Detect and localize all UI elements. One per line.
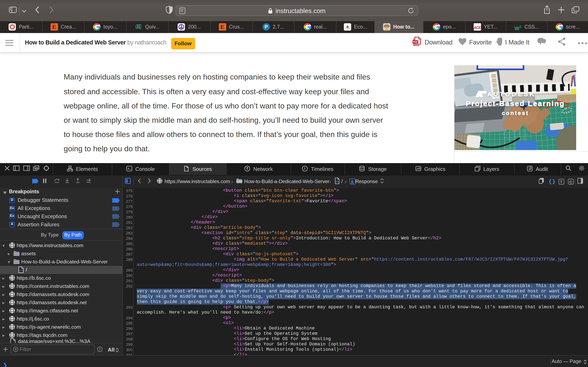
svg-text:<>: <> (336, 180, 339, 183)
svg-text:PDF: PDF (413, 40, 418, 43)
svg-text:a: a (346, 24, 349, 29)
svg-text:<>: <> (19, 269, 23, 272)
